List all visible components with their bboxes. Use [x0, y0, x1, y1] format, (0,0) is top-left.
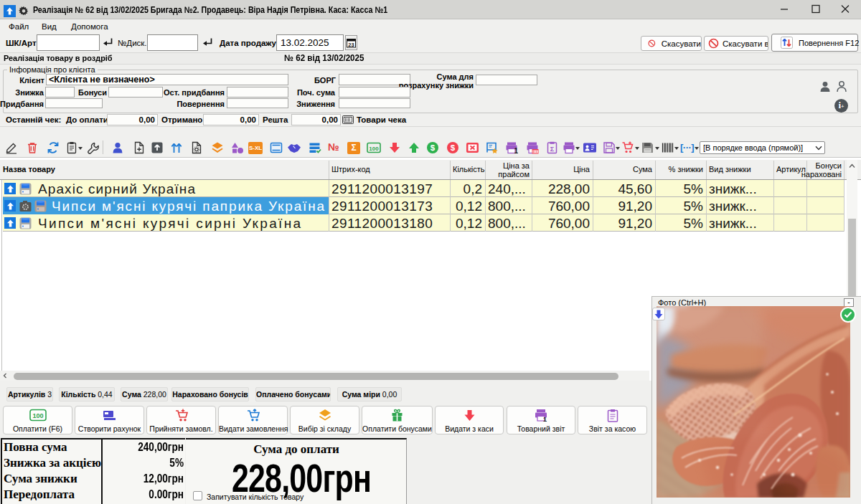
svg-text:$: $	[430, 143, 436, 152]
svg-text:$: $	[451, 143, 456, 152]
svg-text:1: 1	[514, 147, 519, 154]
svg-text:100: 100	[369, 146, 379, 152]
svg-text:23: 23	[348, 41, 354, 47]
svg-text:100: 100	[32, 412, 43, 419]
svg-text:Σ: Σ	[550, 146, 555, 153]
svg-text:1: 1	[543, 416, 547, 422]
